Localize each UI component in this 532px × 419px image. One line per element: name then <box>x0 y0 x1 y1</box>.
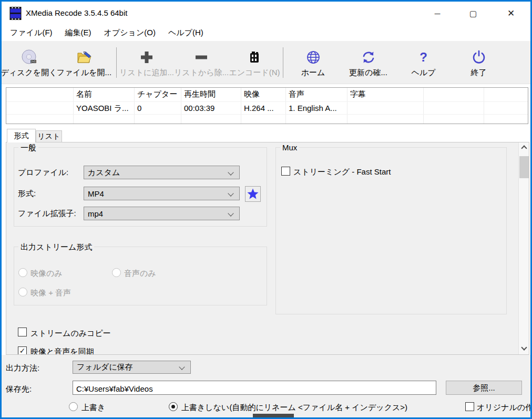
title-bar: XMedia Recode 3.5.4.5 64bit ─ ▢ ✕ <box>2 2 530 25</box>
no-overwrite-label: 上書きしない(自動的にリネーム <ファイル名 + インデックス>) <box>181 403 407 413</box>
cell-chapter: 0 <box>135 102 181 114</box>
col-header-name[interactable]: 名前 <box>74 88 135 101</box>
overwrite-radio[interactable] <box>69 402 78 411</box>
svg-text:DVD: DVD <box>31 60 36 63</box>
extension-value: mp4 <box>88 209 103 218</box>
format-panel: 一般 プロファイル: カスタム 形式: MP4 ファイル拡張子: mp4 Mux… <box>6 142 529 355</box>
help-icon: ? <box>420 47 427 67</box>
col-header-extra[interactable] <box>424 88 484 101</box>
output-method-label: 出力方法: <box>6 363 39 373</box>
toolbar-check-update[interactable]: 更新の確... <box>341 45 396 80</box>
toolbar-quit-label: 終了 <box>471 68 487 78</box>
chevron-down-icon <box>179 364 185 370</box>
toolbar-open-file-label: ファイルを開... <box>57 68 111 78</box>
fast-start-checkbox[interactable] <box>281 167 290 176</box>
sync-av-label: 映像と音声を同期 <box>30 347 94 355</box>
star-icon <box>247 188 259 200</box>
toolbar-add-to-list-label: リストに追加... <box>119 68 174 78</box>
profile-select[interactable]: カスタム <box>84 166 240 179</box>
encode-icon <box>248 47 261 67</box>
video-audio-label: 映像 + 音声 <box>30 288 71 298</box>
output-settings-bar: 出力方法: フォルダに保存 保存先: 参照... 上書き 上書きしない(自動的に… <box>2 355 530 417</box>
menu-options[interactable]: オプション(O) <box>98 25 162 40</box>
audio-only-label: 音声のみ <box>124 269 156 279</box>
create-original-checkbox[interactable] <box>465 402 474 411</box>
cell-extra <box>424 102 484 114</box>
col-header-duration[interactable]: 再生時間 <box>181 88 241 101</box>
overwrite-label: 上書き <box>81 403 105 413</box>
maximize-button[interactable]: ▢ <box>464 6 482 22</box>
scrollbar-thumb[interactable] <box>519 156 529 178</box>
mux-group: Mux ストリーミング - Fast Start <box>275 147 507 314</box>
window-title: XMedia Recode 3.5.4.5 64bit <box>26 2 127 25</box>
table-empty-row <box>6 115 528 124</box>
cell-name: YOASOBI ラ... <box>74 102 135 114</box>
format-label: 形式: <box>18 189 36 199</box>
col-header-blank[interactable] <box>6 88 74 101</box>
fast-start-label: ストリーミング - Fast Start <box>293 167 391 177</box>
toolbar-open-disc[interactable]: DVD ディスクを開く <box>4 45 54 80</box>
audio-only-radio <box>112 268 121 277</box>
power-icon <box>471 47 487 67</box>
close-button[interactable]: ✕ <box>502 6 520 22</box>
toolbar-add-to-list: リストに追加... <box>119 45 175 80</box>
general-group-title: 一般 <box>18 143 38 153</box>
extension-select[interactable]: mp4 <box>84 207 240 220</box>
video-only-label: 映像のみ <box>30 269 63 279</box>
scroll-up-icon[interactable] <box>519 142 529 153</box>
extension-label: ファイル拡張子: <box>18 209 76 219</box>
toolbar-quit[interactable]: 終了 <box>451 45 506 80</box>
toolbar-encode-label: エンコード(N) <box>229 68 280 78</box>
format-select[interactable]: MP4 <box>84 187 240 200</box>
col-header-video[interactable]: 映像 <box>241 88 286 101</box>
mux-group-title: Mux <box>280 143 299 152</box>
col-header-chapter[interactable]: チャプター <box>135 88 181 101</box>
cell-blank <box>6 102 74 114</box>
toolbar-help[interactable]: ? ヘルプ <box>396 45 451 80</box>
col-header-subtitle[interactable]: 字幕 <box>347 88 424 101</box>
chevron-down-icon <box>228 210 233 216</box>
open-file-icon <box>75 47 93 67</box>
disc-icon: DVD <box>20 47 38 67</box>
col-header-audio[interactable]: 音声 <box>286 88 347 101</box>
refresh-icon <box>361 47 376 67</box>
minus-icon <box>194 47 209 67</box>
toolbar-remove-from-list-label: リストから除... <box>174 68 229 78</box>
toolbar-open-file[interactable]: ファイルを開... <box>54 45 114 80</box>
video-only-radio <box>18 268 27 277</box>
toolbar-home[interactable]: ホーム <box>285 45 341 80</box>
profile-value: カスタム <box>88 168 120 178</box>
toolbar-help-label: ヘルプ <box>411 68 435 78</box>
minimize-button[interactable]: ─ <box>428 6 446 22</box>
tab-list[interactable]: リスト <box>36 130 62 142</box>
tab-format[interactable]: 形式 <box>7 129 36 142</box>
toolbar-remove-from-list: リストから除... <box>175 45 228 80</box>
toolbar-separator <box>116 47 117 78</box>
menu-file[interactable]: ファイル(F) <box>4 25 59 40</box>
profile-label: プロファイル: <box>18 168 68 178</box>
menu-edit[interactable]: 編集(E) <box>59 25 98 40</box>
favorite-button[interactable] <box>245 186 261 202</box>
cell-subtitle <box>347 102 424 114</box>
menu-help[interactable]: ヘルプ(H) <box>162 25 210 40</box>
sync-av-checkbox[interactable]: ✓ <box>18 346 27 355</box>
background-window-fragment <box>253 414 294 417</box>
output-method-select[interactable]: フォルダに保存 <box>73 361 191 374</box>
cell-duration: 00:03:39 <box>181 102 241 114</box>
chevron-down-icon <box>228 169 233 175</box>
copy-stream-checkbox[interactable] <box>18 328 27 336</box>
destination-input[interactable] <box>73 381 436 395</box>
scroll-down-icon[interactable] <box>519 344 529 354</box>
globe-icon <box>305 47 321 67</box>
toolbar: DVD ディスクを開く ファイルを開... <box>2 41 530 84</box>
table-row[interactable]: YOASOBI ラ... 0 00:03:39 H.264 ... 1. Eng… <box>6 101 528 115</box>
no-overwrite-radio[interactable] <box>169 402 178 411</box>
stream-format-group: 出力ストリーム形式 映像のみ 音声のみ 映像 + 音声 <box>14 247 267 305</box>
toolbar-home-label: ホーム <box>301 68 325 78</box>
browse-button[interactable]: 参照... <box>446 381 522 395</box>
destination-label: 保存先: <box>6 384 32 394</box>
toolbar-check-update-label: 更新の確... <box>349 68 387 78</box>
col-header-filler <box>484 88 528 101</box>
vertical-scrollbar[interactable] <box>518 142 529 354</box>
menu-bar: ファイル(F) 編集(E) オプション(O) ヘルプ(H) <box>2 25 530 41</box>
